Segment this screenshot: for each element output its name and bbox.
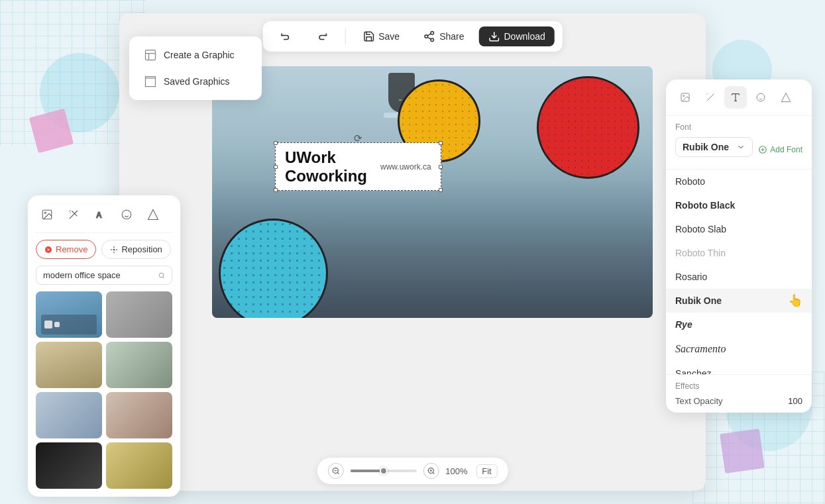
image-thumb-7[interactable] <box>36 442 102 489</box>
saved-graphics-icon <box>144 75 157 88</box>
rotate-handle[interactable]: ⟳ <box>354 132 362 144</box>
rt-image-icon <box>680 92 690 103</box>
download-button[interactable]: Download <box>479 26 555 46</box>
panel-emoji-tool[interactable] <box>115 203 138 226</box>
share-label: Share <box>439 31 464 42</box>
font-item-sacramento[interactable]: Sacramento <box>666 336 812 362</box>
rt-emoji-tool[interactable] <box>749 86 772 109</box>
font-item-rye[interactable]: Rye <box>666 313 812 336</box>
font-item-roboto[interactable]: Roboto <box>666 170 812 193</box>
rt-wand-tool[interactable] <box>699 86 722 109</box>
redo-icon <box>315 30 327 42</box>
rt-text-tool[interactable] <box>724 86 747 109</box>
right-panel: Font Rubik One Add Font Roboto <box>666 79 812 413</box>
font-selector-name: Rubik One <box>683 142 729 152</box>
share-button[interactable]: Share <box>414 26 473 46</box>
font-item-rosario[interactable]: Rosario <box>666 265 812 289</box>
canvas-text-line1: UWork <box>285 148 367 167</box>
svg-point-1 <box>425 35 428 38</box>
resize-handle-mr[interactable] <box>439 165 443 169</box>
resize-handle-ml[interactable] <box>274 165 278 169</box>
resize-handle-br[interactable] <box>439 188 443 192</box>
zoom-slider-fill <box>350 470 383 472</box>
panel-shape-tool[interactable] <box>142 203 164 226</box>
image-thumb-1[interactable] <box>36 291 102 338</box>
text-opacity-value: 100 <box>788 396 802 406</box>
reposition-button[interactable]: Reposition <box>101 240 170 259</box>
svg-point-8 <box>44 212 46 213</box>
image-thumb-2[interactable] <box>106 291 172 338</box>
zoom-in-icon <box>427 467 435 475</box>
add-font-icon <box>758 145 767 154</box>
panel-text-tool[interactable]: A <box>89 203 111 226</box>
create-graphic-item[interactable]: Create a Graphic <box>135 42 256 68</box>
text-selection-box[interactable]: ⟳ UWork Coworking www.uwork.ca <box>275 142 441 191</box>
undo-button[interactable] <box>270 26 301 46</box>
right-panel-toolbar <box>666 79 812 116</box>
rt-shape-icon <box>781 92 791 103</box>
font-item-roboto-slab[interactable]: Roboto Slab <box>666 217 812 241</box>
canvas-area[interactable]: ⟳ UWork Coworking www.uwork.ca <box>212 66 653 318</box>
panel-action-buttons: Remove Reposition <box>36 240 172 259</box>
reposition-icon <box>110 246 118 254</box>
font-item-roboto-thin[interactable]: Roboto Thin <box>666 241 812 265</box>
reposition-label: Reposition <box>121 244 162 254</box>
save-button[interactable]: Save <box>353 26 409 46</box>
chevron-down-icon <box>736 142 745 152</box>
rt-wand-icon <box>705 92 716 103</box>
add-font-label: Add Font <box>770 145 802 154</box>
resize-handle-tr[interactable] <box>439 141 443 145</box>
canvas-text-url: www.uwork.ca <box>380 162 431 172</box>
redo-button[interactable] <box>306 26 337 46</box>
font-section: Font Rubik One Add Font <box>666 116 812 169</box>
add-font-button[interactable]: Add Font <box>758 145 802 154</box>
canvas-text-line2: Coworking <box>285 167 367 185</box>
svg-line-3 <box>428 37 431 39</box>
image-thumb-3[interactable] <box>36 342 102 388</box>
panel-wand-tool[interactable] <box>62 203 85 226</box>
zoom-out-button[interactable] <box>327 463 343 479</box>
panel-toolbar: A <box>36 203 172 233</box>
svg-point-0 <box>431 32 434 35</box>
search-bar[interactable] <box>36 266 172 285</box>
download-label: Download <box>504 31 545 42</box>
zoom-slider-thumb[interactable] <box>379 467 387 475</box>
dropdown-menu: Create a Graphic Saved Graphics <box>129 36 262 100</box>
zoom-in-button[interactable] <box>423 463 439 479</box>
saved-graphics-item[interactable]: Saved Graphics <box>135 68 256 95</box>
image-thumb-4[interactable] <box>106 342 172 388</box>
remove-label: Remove <box>56 244 87 254</box>
zoom-percent-label: 100% <box>445 466 469 476</box>
resize-handle-bl[interactable] <box>274 188 278 192</box>
red-circle <box>537 76 639 179</box>
save-icon <box>362 30 374 42</box>
top-toolbar: Save Share Download <box>262 21 563 52</box>
resize-handle-tl[interactable] <box>274 141 278 145</box>
svg-point-28 <box>683 95 685 97</box>
rt-image-tool[interactable] <box>674 86 696 109</box>
panel-image-tool[interactable] <box>36 203 58 226</box>
zoom-slider[interactable] <box>350 470 416 472</box>
search-input[interactable] <box>43 270 154 280</box>
image-thumb-5[interactable] <box>36 392 102 438</box>
image-thumb-8[interactable] <box>106 442 172 489</box>
shape-tool-icon <box>147 209 159 221</box>
font-list: Roboto Roboto Black Roboto Slab Roboto T… <box>666 169 812 374</box>
font-selector[interactable]: Rubik One <box>675 137 753 157</box>
svg-marker-32 <box>781 93 790 101</box>
rt-shape-tool[interactable] <box>775 86 797 109</box>
svg-line-21 <box>337 472 339 474</box>
font-item-roboto-black[interactable]: Roboto Black <box>666 193 812 217</box>
download-icon <box>488 30 500 42</box>
font-item-sanchez[interactable]: Sanchez <box>666 362 812 374</box>
font-item-rubik-one[interactable]: Rubik One 👆 <box>666 289 812 313</box>
text-tool-icon: A <box>94 209 106 221</box>
effects-section: Effects Text Opacity 100 <box>666 374 812 413</box>
text-content: UWork Coworking www.uwork.ca <box>285 148 431 185</box>
search-icon <box>158 271 165 280</box>
remove-button[interactable]: Remove <box>36 240 96 259</box>
rt-text-icon <box>730 92 741 103</box>
zoom-fit-button[interactable]: Fit <box>476 464 497 478</box>
svg-marker-13 <box>148 210 158 220</box>
image-thumb-6[interactable] <box>106 392 172 438</box>
